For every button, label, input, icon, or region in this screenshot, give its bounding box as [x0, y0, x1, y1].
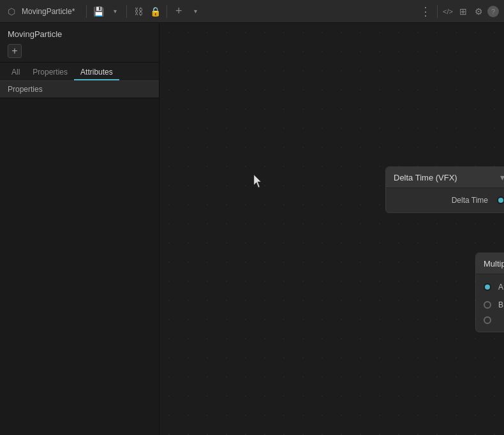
node-delta-time-collapse-icon[interactable]: ▾	[500, 172, 504, 182]
divider-2	[126, 5, 127, 18]
code-icon[interactable]: </>	[441, 5, 454, 18]
panel-header: MovingParticle +	[0, 23, 159, 63]
port-multiply-extra	[484, 314, 504, 327]
tab-attributes[interactable]: Attributes	[74, 65, 119, 80]
properties-section-header: Properties	[0, 81, 159, 98]
node-multiply-header: Multiply (float) ⚙ ▾	[476, 253, 504, 274]
canvas-area[interactable]: Delta Time (VFX) ▾ Delta Time Multiply (…	[159, 23, 504, 435]
tab-all[interactable]: All	[5, 65, 26, 80]
cursor	[254, 175, 263, 188]
node-delta-time-body: Delta Time	[386, 188, 504, 212]
link-icon[interactable]: ⛓	[132, 5, 145, 18]
node-delta-time-header: Delta Time (VFX) ▾	[386, 167, 504, 188]
node-multiply: Multiply (float) ⚙ ▾ A B	[475, 253, 504, 332]
divider-1	[86, 5, 87, 18]
settings-icon[interactable]: ⚙	[472, 5, 485, 18]
tab-properties[interactable]: Properties	[26, 65, 74, 80]
help-icon[interactable]: ?	[487, 6, 499, 17]
left-panel: MovingParticle + All Properties Attribut…	[0, 23, 159, 435]
node-multiply-title: Multiply (float)	[484, 259, 504, 269]
window-title: MovingParticle*	[22, 7, 75, 16]
top-bar: ⬡ MovingParticle* 💾 ▾ ⛓ 🔒 + ▾ ⋮ </> ⊞ ⚙ …	[0, 0, 504, 23]
add-property-button[interactable]: +	[8, 44, 22, 58]
tabs-row: All Properties Attributes	[0, 63, 159, 81]
svg-marker-0	[254, 175, 261, 188]
save-icon[interactable]: 💾	[92, 5, 105, 18]
port-multiply-a: A	[484, 278, 504, 296]
port-multiply-a-dot[interactable]	[484, 283, 491, 291]
top-bar-right: </> ⊞ ⚙ ?	[436, 5, 499, 18]
port-multiply-b: B	[484, 296, 504, 314]
port-multiply-b-dot[interactable]	[484, 301, 491, 309]
divider-3	[167, 5, 167, 18]
panel-title: MovingParticle	[8, 29, 151, 39]
port-delta-time-dot[interactable]	[497, 196, 504, 204]
panel-content	[0, 98, 159, 435]
main-layout: MovingParticle + All Properties Attribut…	[0, 23, 504, 435]
node-multiply-body: A B	[476, 274, 504, 332]
port-multiply-extra-dot[interactable]	[484, 316, 491, 324]
save-arrow-icon[interactable]: ▾	[108, 5, 121, 18]
connections-svg	[159, 23, 351, 119]
lock-icon[interactable]: 🔒	[149, 5, 161, 18]
unity-logo-icon[interactable]: ⬡	[5, 5, 18, 18]
node-delta-time-title: Delta Time (VFX)	[394, 173, 457, 182]
add-icon[interactable]: +	[172, 5, 185, 18]
node-delta-time-icons: ▾	[500, 172, 504, 182]
divider-4	[437, 5, 438, 18]
node-delta-time: Delta Time (VFX) ▾ Delta Time	[385, 166, 504, 213]
add-arrow-icon[interactable]: ▾	[189, 5, 202, 18]
port-delta-time-output: Delta Time	[394, 193, 504, 207]
port-multiply-b-label: B	[495, 300, 504, 309]
port-multiply-a-label: A	[495, 283, 504, 291]
more-icon[interactable]: ⋮	[419, 5, 432, 18]
port-delta-time-label: Delta Time	[452, 196, 488, 205]
layout-icon[interactable]: ⊞	[457, 5, 470, 18]
